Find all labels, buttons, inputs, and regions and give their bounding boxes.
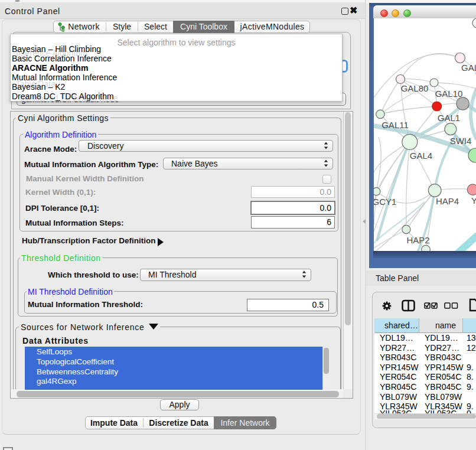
svg-text:GAL2: GAL2 bbox=[461, 63, 476, 73]
svg-text:HAP2: HAP2 bbox=[406, 235, 429, 245]
svg-text:GAL1: GAL1 bbox=[438, 113, 460, 123]
svg-text:GCY1: GCY1 bbox=[374, 197, 396, 207]
svg-text:YM: YM bbox=[471, 195, 476, 206]
svg-text:GAL4: GAL4 bbox=[410, 151, 432, 161]
svg-text:GAL10: GAL10 bbox=[435, 89, 463, 99]
svg-text:GAL11: GAL11 bbox=[382, 120, 409, 130]
svg-text:SWI4: SWI4 bbox=[450, 136, 472, 146]
svg-text:GAL80: GAL80 bbox=[401, 83, 429, 93]
svg-text:HAP4: HAP4 bbox=[436, 196, 459, 206]
